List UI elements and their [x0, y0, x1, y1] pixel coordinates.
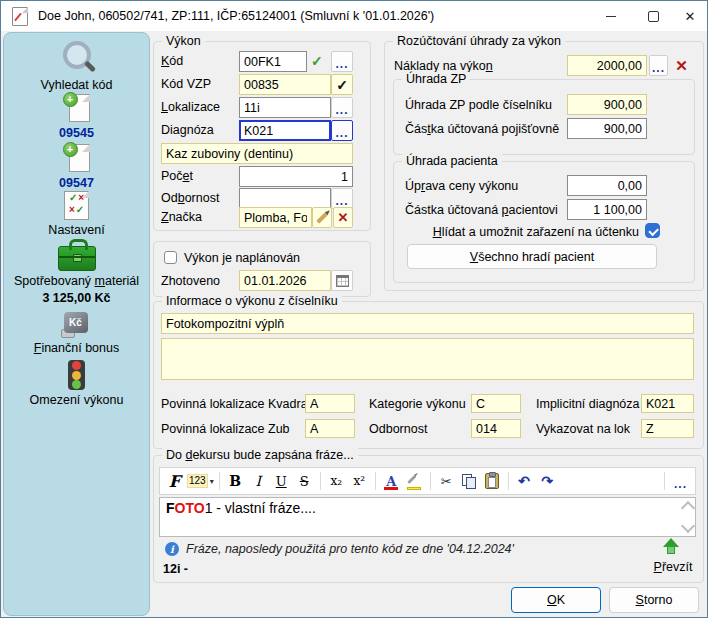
- kvadrant-field: [305, 394, 355, 413]
- toolbar-separator: [219, 472, 220, 490]
- ok-button[interactable]: OK: [511, 587, 601, 613]
- lokalizace-input[interactable]: [239, 97, 331, 118]
- italic-button[interactable]: I: [248, 470, 269, 492]
- toolbar-more-button[interactable]: ...: [670, 470, 691, 492]
- zhotoveno-input[interactable]: [239, 270, 331, 291]
- toolbox-icon: [58, 246, 96, 271]
- odbornost-input[interactable]: [239, 188, 331, 209]
- naklady-input[interactable]: [567, 55, 647, 76]
- znacka-edit-button[interactable]: [312, 207, 332, 228]
- vsechno-hradi-pacient-label: Všechno hradí pacient: [470, 250, 594, 264]
- kod-input[interactable]: [239, 51, 307, 72]
- close-button[interactable]: ✕: [671, 1, 708, 31]
- znacka-clear-button[interactable]: ✕: [333, 207, 353, 228]
- zub-label: Povinná lokalizace Zub: [161, 421, 290, 437]
- redo-button[interactable]: ↷: [537, 470, 558, 492]
- ellipsis-icon: ...: [335, 197, 348, 205]
- group-uhrada-zp: Úhrada ZP: [393, 79, 695, 155]
- vykazovat-field: [641, 419, 694, 438]
- superscript-button[interactable]: x²: [349, 470, 370, 492]
- sidebar-label-bonus: Finanční bonus: [34, 341, 119, 355]
- naklady-clear-button[interactable]: ✕: [670, 55, 693, 76]
- undo-button[interactable]: ↶: [514, 470, 535, 492]
- toolbar-separator: [375, 472, 376, 490]
- minimize-icon: [606, 16, 616, 17]
- diagnoza-input[interactable]: [239, 120, 331, 141]
- odbornost-browse-button[interactable]: ...: [331, 188, 353, 209]
- numbering-button[interactable]: 123▾: [187, 470, 214, 492]
- strikethrough-button[interactable]: S: [294, 470, 315, 492]
- hlidat-checkbox[interactable]: [645, 223, 660, 238]
- sidebar-label-nastaveni: Nastavení: [48, 223, 104, 237]
- znacka-label: Značka: [161, 209, 202, 225]
- vykon-popis-field: [161, 338, 694, 380]
- lokalizace-browse-button[interactable]: ...: [331, 97, 353, 118]
- diagnoza-browse-button[interactable]: ...: [331, 120, 353, 141]
- sidebar-item-09547[interactable]: + 09547: [4, 143, 149, 190]
- sidebar-label-vyhledat-kod: Vyhledat kód: [41, 78, 113, 92]
- storno-button[interactable]: Storno: [609, 587, 699, 613]
- paste-button[interactable]: [482, 470, 503, 492]
- dialog-window: Doe John, 060502/741, ZP:111, IČP:651240…: [0, 0, 708, 618]
- maximize-button[interactable]: [633, 1, 673, 31]
- bold-button[interactable]: B: [225, 470, 246, 492]
- uprava-ceny-input[interactable]: [567, 175, 647, 196]
- kategorie-label: Kategorie výkonu: [369, 396, 466, 412]
- phrase-toolbar: F 123▾ B I U S x₂ x² A ✂ ↶ ↷ ...: [159, 467, 696, 495]
- group-uhrada-pacienta-title: Úhrada pacienta: [402, 154, 502, 169]
- diagnoza-label: Diagnóza: [161, 122, 214, 138]
- highlight-button[interactable]: [404, 470, 425, 492]
- impl-diagnoza-label: Implicitní diagnóza: [536, 396, 640, 412]
- kod-label: Kód: [161, 53, 183, 69]
- sidebar-label-09547: 09547: [59, 176, 94, 190]
- font-button[interactable]: F: [164, 470, 185, 492]
- kod-vzp-input[interactable]: [239, 74, 331, 95]
- sidebar-item-financni-bonus[interactable]: Kč Finanční bonus: [4, 311, 149, 355]
- close-icon: ✕: [685, 9, 696, 24]
- odbornost-label: Odbornost: [161, 190, 219, 206]
- castka-pacientovi-input[interactable]: [567, 199, 647, 220]
- undo-icon: ↶: [518, 473, 530, 489]
- settings-checklist-icon: ✓× ×✓: [64, 191, 89, 220]
- phrase-text-area[interactable]: FOTO1 - vlastní fráze....: [159, 497, 696, 537]
- kod-valid-check-icon: ✓: [311, 53, 323, 69]
- checkmark-icon: ✓: [336, 77, 348, 93]
- traffic-light-icon: [68, 360, 85, 390]
- kod-vzp-confirm-button[interactable]: ✓: [331, 74, 353, 95]
- redo-icon: ↷: [541, 473, 553, 489]
- castka-pojistovne-input[interactable]: [567, 118, 647, 139]
- zhotoveno-calendar-button[interactable]: [331, 270, 353, 291]
- pencil-icon: [316, 212, 327, 223]
- sidebar-item-omezeni-vykonu[interactable]: Omezení výkonu: [4, 360, 149, 407]
- vsechno-hradi-pacient-button[interactable]: Všechno hradí pacient: [407, 244, 657, 269]
- font-color-button[interactable]: A: [381, 470, 402, 492]
- underline-button[interactable]: U: [271, 470, 292, 492]
- sidebar-item-vyhledat-kod[interactable]: Vyhledat kód: [4, 41, 149, 92]
- naklady-browse-button[interactable]: ...: [649, 55, 668, 76]
- vykon-naplanovan-checkbox[interactable]: [164, 251, 177, 264]
- uhrada-zp-ciselnik-input[interactable]: [567, 94, 647, 115]
- vykon-nazev-field: [161, 313, 694, 334]
- cut-button[interactable]: ✂: [436, 470, 457, 492]
- material-amount: 3 125,00 Kč: [42, 291, 110, 305]
- chevron-down-icon: ▾: [210, 477, 214, 486]
- sidebar-item-nastaveni[interactable]: ✓× ×✓ Nastavení: [4, 191, 149, 237]
- copy-button[interactable]: [459, 470, 480, 492]
- pocet-input[interactable]: [239, 166, 353, 187]
- info-icon: i: [165, 542, 179, 556]
- sidebar-item-spotrebovany-material[interactable]: Spotřebovaný materiál 3 125,00 Kč: [4, 238, 149, 305]
- red-cross-icon: ✕: [338, 210, 349, 225]
- kod-browse-button[interactable]: ...: [331, 51, 353, 72]
- castka-pacientovi-label: Částka účtovaná pacientovi: [405, 202, 558, 218]
- ellipsis-icon: ...: [652, 64, 665, 72]
- sidebar-item-09545[interactable]: + 09545: [4, 93, 149, 140]
- titlebar: Doe John, 060502/741, ZP:111, IČP:651240…: [1, 1, 707, 31]
- znacka-input[interactable]: [239, 207, 312, 228]
- prevzit-button[interactable]: Převzít: [649, 559, 697, 575]
- lokalizace-label: Lokalizace: [161, 99, 220, 115]
- toolbar-separator: [430, 472, 431, 490]
- scissors-icon: ✂: [441, 474, 452, 489]
- subscript-button[interactable]: x₂: [326, 470, 347, 492]
- document-add-icon: +: [63, 93, 91, 123]
- minimize-button[interactable]: [589, 1, 633, 31]
